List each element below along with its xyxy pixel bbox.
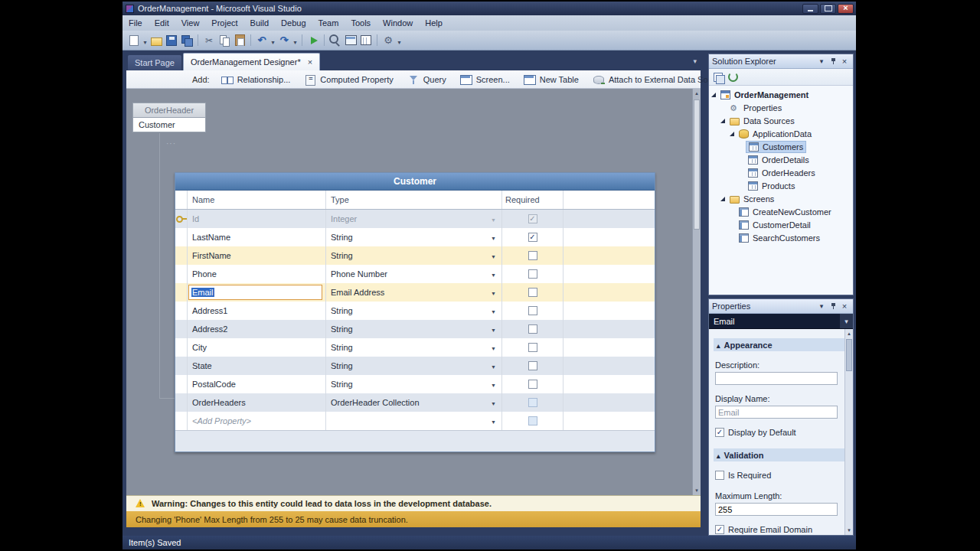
- required-checkbox[interactable]: [528, 251, 537, 260]
- designer-canvas[interactable]: OrderHeader Customer Customer Name Type …: [126, 89, 701, 495]
- designer-vscrollbar[interactable]: [692, 89, 701, 495]
- description-input[interactable]: [715, 372, 838, 385]
- require-email-domain-checkbox[interactable]: [715, 525, 724, 534]
- property-type-cell[interactable]: Phone Number: [326, 265, 502, 283]
- tree-item-orderdetails[interactable]: OrderDetails: [709, 153, 853, 166]
- property-type-cell[interactable]: OrderHeader Collection: [326, 393, 502, 412]
- tree-item-data-sources[interactable]: Data Sources: [709, 114, 853, 127]
- menu-item-project[interactable]: Project: [205, 15, 243, 31]
- property-name-editor[interactable]: Email: [188, 285, 322, 300]
- display-name-input[interactable]: [715, 406, 838, 419]
- max-length-input[interactable]: [715, 503, 838, 516]
- scroll-down-icon[interactable]: [693, 486, 701, 495]
- property-name-cell[interactable]: City: [188, 338, 326, 357]
- dropdown-arrow-icon[interactable]: [491, 343, 496, 352]
- require-email-domain-row[interactable]: Require Email Domain: [715, 525, 838, 534]
- tree-item-createnewcustomer[interactable]: CreateNewCustomer: [709, 205, 853, 218]
- tree-item-orderheaders[interactable]: OrderHeaders: [709, 166, 853, 179]
- scrollbar-thumb[interactable]: [846, 339, 852, 371]
- header-name[interactable]: Name: [188, 191, 326, 209]
- menu-item-debug[interactable]: Debug: [275, 15, 312, 31]
- add-screen-button[interactable]: Screen...: [455, 73, 515, 86]
- required-checkbox[interactable]: [528, 324, 537, 334]
- menu-item-file[interactable]: File: [122, 15, 149, 31]
- scrollbar-thumb[interactable]: [694, 99, 700, 230]
- title-bar[interactable]: OrderManagement - Microsoft Visual Studi…: [122, 2, 856, 15]
- property-type-cell[interactable]: String: [326, 375, 502, 393]
- property-type-cell[interactable]: Email Address: [326, 283, 502, 302]
- add-relationship-button[interactable]: Relationship...: [216, 73, 296, 86]
- tree-item-applicationdata[interactable]: ApplicationData: [709, 127, 853, 140]
- dropdown-arrow-icon[interactable]: [491, 416, 496, 425]
- close-icon[interactable]: [308, 57, 312, 67]
- required-checkbox[interactable]: [528, 233, 537, 242]
- required-checkbox[interactable]: [528, 288, 537, 297]
- property-type-cell[interactable]: String: [326, 246, 502, 265]
- tab-list-icon[interactable]: [693, 56, 697, 65]
- dropdown-arrow-icon[interactable]: [491, 398, 496, 407]
- menu-item-edit[interactable]: Edit: [149, 15, 175, 31]
- scroll-up-icon[interactable]: [845, 329, 853, 338]
- property-name-cell[interactable]: Id: [188, 210, 326, 228]
- solution-explorer-title-bar[interactable]: Solution Explorer: [709, 54, 853, 69]
- dropdown-arrow-icon[interactable]: [491, 288, 496, 297]
- property-name-cell[interactable]: Address2: [188, 320, 326, 338]
- undo-icon[interactable]: [255, 34, 269, 47]
- property-name-cell[interactable]: Address1: [188, 302, 326, 320]
- display-by-default-row[interactable]: Display by Default: [715, 428, 838, 437]
- dropdown-arrow-icon[interactable]: [491, 269, 496, 279]
- scroll-up-icon[interactable]: [693, 89, 701, 98]
- redo-icon[interactable]: [277, 34, 291, 47]
- tree-item-properties[interactable]: Properties: [709, 101, 853, 114]
- header-type[interactable]: Type: [326, 191, 502, 209]
- dropdown-arrow-icon[interactable]: [491, 233, 496, 242]
- open-file-icon[interactable]: [149, 34, 163, 47]
- dropdown-arrow-icon[interactable]: [491, 324, 496, 334]
- entity-box-header[interactable]: OrderHeader: [132, 103, 206, 118]
- is-required-checkbox[interactable]: [715, 471, 724, 480]
- property-name-cell[interactable]: <Add Property>: [188, 412, 326, 430]
- expand-arrow-icon[interactable]: [720, 119, 725, 123]
- menu-item-tools[interactable]: Tools: [345, 15, 377, 31]
- dropdown-arrow-icon[interactable]: [491, 251, 496, 260]
- properties-title-bar[interactable]: Properties: [709, 299, 853, 314]
- property-type-cell[interactable]: String: [326, 302, 502, 320]
- dropdown-caret-icon[interactable]: [270, 34, 276, 47]
- expand-arrow-icon[interactable]: [720, 197, 725, 201]
- web-browser-icon[interactable]: [344, 34, 358, 47]
- menu-item-view[interactable]: View: [175, 15, 206, 31]
- menu-item-help[interactable]: Help: [419, 15, 449, 31]
- property-name-cell[interactable]: Email: [188, 283, 326, 302]
- paste-icon[interactable]: [233, 34, 247, 47]
- close-icon[interactable]: [839, 302, 850, 311]
- related-entity-box[interactable]: OrderHeader Customer: [132, 103, 206, 132]
- solution-explorer-icon[interactable]: [359, 34, 373, 47]
- menu-item-build[interactable]: Build: [244, 15, 275, 31]
- object-selector[interactable]: Email: [709, 314, 853, 329]
- property-type-cell[interactable]: String: [326, 320, 502, 338]
- dropdown-arrow-icon[interactable]: [491, 361, 496, 370]
- section-appearance[interactable]: Appearance: [714, 338, 845, 351]
- property-type-cell[interactable]: [326, 412, 502, 430]
- add-query-button[interactable]: Query: [402, 73, 452, 86]
- property-name-cell[interactable]: Phone: [188, 265, 326, 283]
- tree-item-ordermanagement[interactable]: OrderManagement: [709, 88, 853, 101]
- display-by-default-checkbox[interactable]: [715, 428, 724, 437]
- tab-ordermanagement-designer[interactable]: OrderManagement Designer*: [183, 53, 320, 70]
- tree-item-searchcustomers[interactable]: SearchCustomers: [709, 231, 853, 244]
- expand-arrow-icon[interactable]: [730, 132, 734, 136]
- save-icon[interactable]: [165, 34, 178, 47]
- window-menu-icon[interactable]: [816, 302, 827, 311]
- is-required-row[interactable]: Is Required: [715, 471, 838, 480]
- properties-pages-icon[interactable]: [712, 71, 725, 83]
- required-checkbox[interactable]: [528, 306, 537, 315]
- property-type-cell[interactable]: String: [326, 357, 502, 375]
- menu-item-window[interactable]: Window: [377, 15, 419, 31]
- dropdown-caret-icon[interactable]: [292, 34, 299, 47]
- expand-arrow-icon[interactable]: [711, 93, 716, 97]
- start-debugging-icon[interactable]: [306, 34, 320, 47]
- required-checkbox[interactable]: [528, 380, 537, 389]
- copy-icon[interactable]: [217, 34, 231, 47]
- new-item-icon[interactable]: [127, 34, 141, 47]
- close-button[interactable]: [838, 4, 854, 14]
